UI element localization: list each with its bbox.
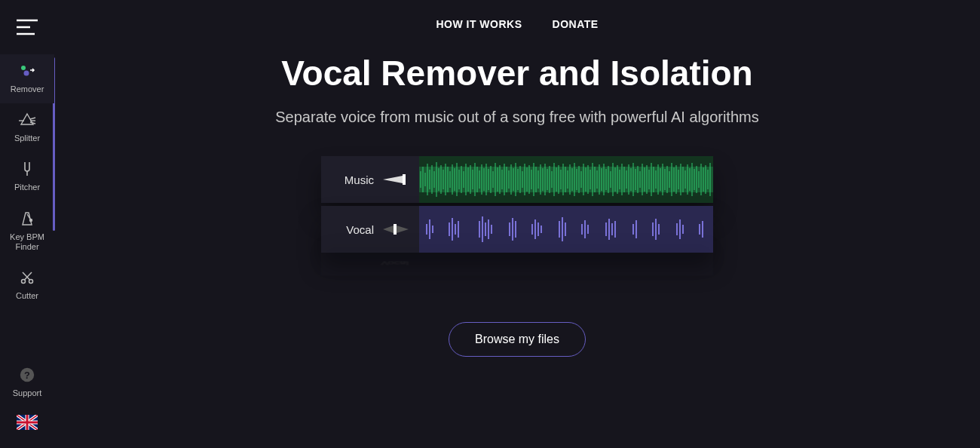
language-selector[interactable]: [0, 407, 54, 439]
top-nav: HOW IT WORKS DONATE: [436, 18, 598, 30]
svg-point-12: [22, 279, 26, 283]
vocal-track-row: Vocal: [321, 206, 713, 253]
sidebar-item-keybpm[interactable]: Key BPM Finder: [0, 202, 54, 261]
slider-knob-icon: [383, 224, 409, 235]
music-waveform: [419, 156, 713, 203]
sidebar-label: Splitter: [14, 133, 40, 143]
nav-how-it-works[interactable]: HOW IT WORKS: [436, 18, 522, 30]
sidebar-item-remover[interactable]: Remover: [0, 54, 54, 103]
sidebar-item-cutter[interactable]: Cutter: [0, 261, 54, 310]
svg-point-3: [21, 66, 26, 70]
page-title: Vocal Remover and Isolation: [281, 53, 752, 94]
help-icon: ?: [18, 366, 36, 384]
svg-text:?: ?: [24, 369, 30, 380]
scissors-icon: [18, 268, 36, 287]
sidebar-label: Pitcher: [14, 183, 40, 192]
svg-rect-153: [394, 224, 397, 235]
uk-flag-icon: [17, 415, 38, 430]
vocal-label: Vocal: [346, 223, 374, 236]
waveform-preview: Music Vocal: [321, 156, 713, 284]
page-subtitle: Separate voice from music out of a song …: [275, 109, 758, 126]
sidebar: Remover Splitter Pitcher: [0, 0, 54, 448]
svg-marker-152: [383, 226, 394, 233]
nav-donate[interactable]: DONATE: [553, 18, 599, 30]
svg-marker-19: [383, 176, 403, 183]
sidebar-label: Remover: [11, 84, 44, 94]
svg-point-13: [29, 279, 33, 283]
svg-marker-154: [397, 226, 409, 233]
sidebar-label: Cutter: [16, 291, 38, 301]
hamburger-icon: [17, 18, 38, 36]
slider-knob-icon: [383, 174, 409, 185]
vocal-waveform: [419, 206, 713, 253]
sidebar-label: Key BPM Finder: [0, 232, 54, 252]
metronome-icon: [18, 210, 36, 228]
svg-point-4: [24, 71, 29, 76]
prism-icon: [18, 111, 36, 129]
remover-icon: [18, 62, 36, 80]
browse-files-button[interactable]: Browse my files: [449, 322, 586, 357]
svg-line-8: [30, 122, 35, 124]
sidebar-label: Support: [13, 388, 42, 398]
sidebar-item-pitcher[interactable]: Pitcher: [0, 152, 54, 201]
music-label: Music: [345, 173, 374, 186]
tuning-fork-icon: [18, 160, 36, 178]
svg-rect-20: [403, 174, 406, 185]
svg-point-11: [30, 219, 32, 221]
reflection: Vocal: [321, 253, 713, 276]
main-content: HOW IT WORKS DONATE Vocal Remover and Is…: [54, 0, 980, 448]
music-track-row: Music: [321, 156, 713, 203]
menu-toggle[interactable]: [0, 0, 54, 54]
sidebar-item-splitter[interactable]: Splitter: [0, 103, 54, 152]
sidebar-item-support[interactable]: ? Support: [0, 358, 54, 407]
svg-line-6: [30, 118, 35, 119]
